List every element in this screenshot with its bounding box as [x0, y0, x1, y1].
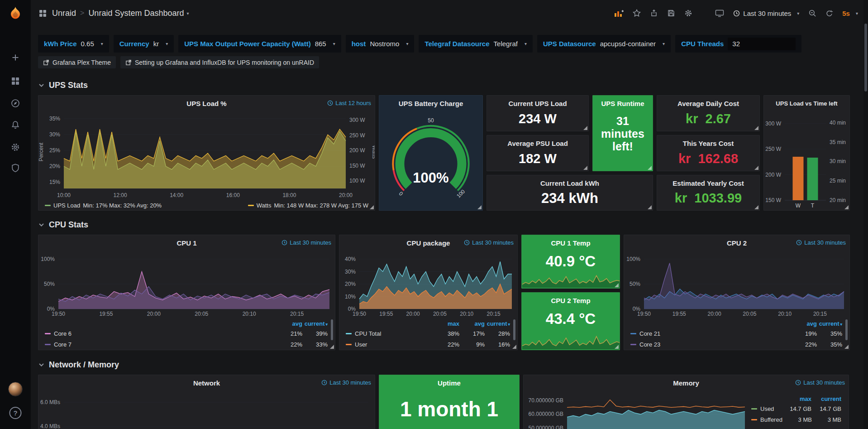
user-avatar[interactable] [8, 382, 23, 396]
tv-kiosk-icon[interactable] [715, 9, 724, 17]
time-override-badge[interactable]: Last 30 minutes [796, 239, 846, 246]
legend-sort-current[interactable]: current▾ [302, 320, 328, 327]
series-swatch [45, 205, 51, 206]
breadcrumb-caret-icon[interactable]: ▾ [186, 11, 189, 16]
dashboard-grid-icon[interactable] [39, 10, 47, 17]
panel-title[interactable]: Average PSU Load [507, 140, 568, 147]
section-cpu-stats[interactable]: CPU Stats [38, 219, 857, 230]
time-picker[interactable]: Last 30 minutes ▾ [733, 10, 799, 17]
series-toggle[interactable]: Core 6 [45, 330, 277, 337]
link-grafana-plex-theme[interactable]: Grafana Plex Theme [38, 56, 116, 68]
legend-sort-avg[interactable]: avg [792, 320, 817, 327]
panel-title[interactable]: CPU 2 Temp [551, 297, 590, 304]
panel-title[interactable]: UPS Battery Charge [399, 100, 463, 107]
time-override-badge[interactable]: Last 30 minutes [464, 239, 514, 246]
configuration-gear-icon[interactable] [10, 142, 20, 152]
ups-vs-time-chart[interactable]: 150 W200 W250 W300 W20 min25 min30 min35… [764, 111, 849, 210]
series-toggle[interactable]: Used [751, 405, 782, 412]
server-admin-shield-icon[interactable] [10, 163, 20, 173]
cpu1-chart[interactable]: 0%50%100%19:5019:5520:0020:0520:1020:15 [38, 251, 335, 318]
cpu2-chart[interactable]: 0%50%100%19:5019:5520:0020:0520:1020:15 [624, 251, 849, 318]
series-toggle[interactable]: Core 21 [630, 330, 792, 337]
panel-title[interactable]: CPU package [407, 239, 450, 247]
create-plus-icon[interactable] [10, 53, 20, 63]
panel-title[interactable]: Network [193, 379, 220, 387]
dashboards-icon[interactable] [10, 76, 20, 86]
variable-telegraf-datasource[interactable]: Telegraf Datasource Telegraf ▾ [419, 35, 533, 53]
panel-title[interactable]: Uptime [438, 379, 461, 387]
series-toggle[interactable]: User [346, 341, 434, 348]
panel-title[interactable]: CPU 2 [727, 239, 747, 247]
time-override-badge[interactable]: Last 12 hours [327, 100, 371, 106]
grafana-logo-icon[interactable] [7, 5, 24, 23]
cpu-threads-input[interactable] [728, 38, 796, 50]
navbar-actions: Last 30 minutes ▾ 5s ▾ [614, 9, 858, 17]
series-toggle[interactable]: Buffered [751, 416, 782, 423]
panel-title[interactable]: CPU 1 [176, 239, 196, 247]
panel-title[interactable]: Estimated Yearly Cost [672, 179, 744, 187]
legend-item[interactable]: Watts Min: 148 W Max: 278 W Avg: 175 W [248, 202, 368, 209]
series-swatch [751, 408, 757, 410]
page-scrollbar-thumb[interactable] [864, 24, 867, 92]
svg-text:19:50: 19:50 [637, 311, 651, 317]
save-icon[interactable] [667, 9, 675, 17]
legend-sort-max[interactable]: max [782, 395, 811, 402]
legend-sort-avg[interactable]: avg [277, 320, 302, 327]
legend-sort-avg[interactable]: avg [459, 320, 485, 327]
legend-sort-current[interactable]: current▾ [817, 320, 842, 327]
variable-ups-max-output[interactable]: UPS Max Output Power Capacity (Watt) 865… [178, 35, 341, 53]
svg-text:18:00: 18:00 [282, 192, 296, 198]
add-panel-icon[interactable] [614, 10, 624, 17]
legend-scrollbar[interactable] [845, 319, 848, 340]
series-toggle[interactable]: Core 7 [45, 341, 277, 348]
breadcrumb-page-title[interactable]: Unraid System Dashboard [88, 9, 184, 18]
settings-gear-icon[interactable] [684, 9, 692, 17]
svg-text:50%: 50% [630, 281, 640, 287]
svg-text:19:50: 19:50 [52, 311, 65, 317]
panel-cpu-1-temp: CPU 1 Temp 40.9 °C [521, 235, 620, 289]
panel-title[interactable]: UPS Runtime [601, 100, 644, 107]
series-toggle[interactable]: CPU Total [346, 330, 434, 337]
ups-load-chart[interactable]: 15%20%25%30%35%100 W150 W200 W250 W300 W… [38, 111, 375, 199]
memory-chart[interactable]: 50.000000 GB60.000000 GB70.000000 GB [524, 390, 751, 429]
legend-sort-current[interactable]: current [811, 395, 841, 402]
zoom-out-icon[interactable] [808, 9, 816, 17]
variable-currency[interactable]: Currency kr ▾ [114, 35, 174, 53]
legend-sort-max[interactable]: max [434, 320, 459, 327]
time-override-badge[interactable]: Last 30 minutes [795, 379, 845, 386]
cpu-package-chart[interactable]: 0%10%20%30%40%19:5019:5520:0020:0520:102… [339, 251, 517, 318]
alerting-bell-icon[interactable] [10, 120, 20, 130]
section-network-memory[interactable]: Network / Memory [38, 359, 857, 370]
link-ups-monitoring-guide[interactable]: Setting up Grafana and InfluxDB for UPS … [120, 56, 319, 68]
legend-item[interactable]: UPS Load Min: 17% Max: 32% Avg: 20% [45, 202, 162, 209]
refresh-interval-picker[interactable]: 5s ▾ [842, 10, 858, 17]
breadcrumb-root[interactable]: Unraid [52, 9, 76, 18]
help-icon[interactable]: ? [10, 407, 22, 419]
panel-title[interactable]: UPS Load % [186, 100, 226, 107]
variable-kwh-price[interactable]: kWh Price 0.65 ▾ [38, 35, 109, 53]
section-ups-stats[interactable]: UPS Stats [38, 80, 857, 91]
star-icon[interactable] [633, 9, 641, 17]
refresh-icon[interactable] [825, 10, 833, 17]
series-toggle[interactable]: Core 23 [630, 341, 792, 348]
panel-title[interactable]: CPU 1 Temp [551, 239, 590, 247]
network-chart[interactable]: 2.0 MBs4.0 MBs6.0 MBs [38, 390, 375, 429]
time-override-badge[interactable]: Last 30 minutes [281, 239, 331, 246]
variable-ups-datasource[interactable]: UPS Datasource apcupsd-container ▾ [537, 35, 671, 53]
panel-title[interactable]: UPS Load vs Time left [776, 100, 837, 107]
battery-gauge-chart[interactable]: 050100 [379, 111, 482, 211]
legend-sort-current[interactable]: current▾ [485, 320, 510, 327]
panel-title[interactable]: Average Daily Cost [677, 100, 739, 107]
legend-scrollbar[interactable] [513, 319, 515, 340]
panel-title[interactable]: Memory [673, 379, 699, 387]
page-scrollbar[interactable] [863, 0, 868, 429]
variable-host[interactable]: host Nostromo ▾ [346, 35, 415, 53]
caret-down-icon: ▾ [525, 41, 527, 46]
panel-title[interactable]: Current UPS Load [508, 100, 567, 107]
legend-scrollbar[interactable] [331, 319, 333, 340]
explore-compass-icon[interactable] [10, 98, 20, 108]
time-override-badge[interactable]: Last 30 minutes [321, 379, 371, 386]
panel-title[interactable]: This Years Cost [683, 140, 734, 147]
panel-title[interactable]: Current Load kWh [540, 179, 599, 187]
share-icon[interactable] [650, 9, 658, 17]
